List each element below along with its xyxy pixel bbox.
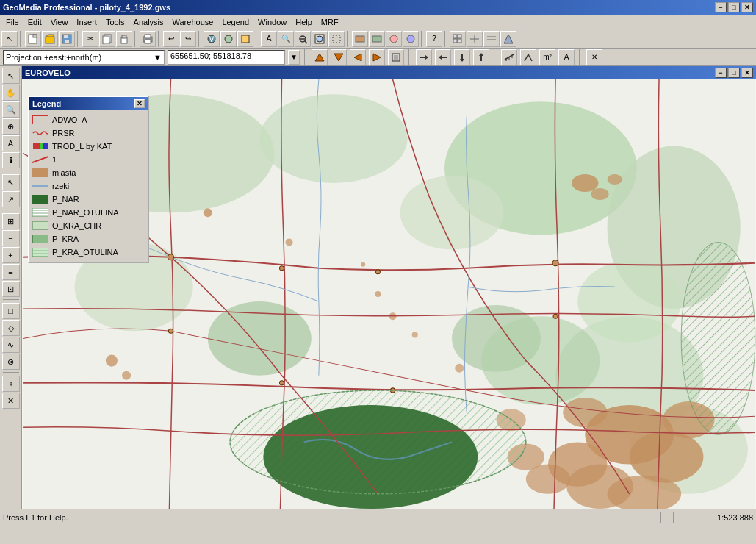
menu-analysis[interactable]: Analysis <box>129 16 168 28</box>
nav-btn2[interactable] <box>331 49 347 65</box>
feature-btn1[interactable] <box>352 31 368 47</box>
lt-edit3[interactable]: + <box>2 247 20 263</box>
ruler-btn[interactable] <box>501 49 517 65</box>
map-close-btn[interactable]: ✕ <box>741 68 753 78</box>
lt-cursor[interactable]: ↖ <box>2 68 20 84</box>
map-minimize-btn[interactable]: − <box>715 68 727 78</box>
grid-btn3[interactable] <box>483 31 500 47</box>
text-btn2[interactable]: A <box>558 49 575 65</box>
angle-btn[interactable] <box>520 49 536 65</box>
grid-btn4[interactable] <box>500 31 516 47</box>
grid-btn2[interactable] <box>467 31 483 47</box>
nav-btn4[interactable] <box>369 49 385 65</box>
svg-rect-28 <box>458 35 461 38</box>
svg-point-96 <box>375 270 380 274</box>
nav-btn8[interactable] <box>454 49 470 65</box>
legend-item-prsr: PRSR <box>32 126 145 140</box>
coord-arrow-btn[interactable]: ▼ <box>288 50 300 65</box>
svg-rect-13 <box>145 40 151 43</box>
zoom-full-btn[interactable] <box>312 31 328 47</box>
print-btn[interactable] <box>140 31 156 47</box>
svg-point-67 <box>630 431 704 482</box>
svg-point-99 <box>553 314 558 318</box>
lt-edit5[interactable]: ⊡ <box>2 281 20 297</box>
text-btn[interactable]: A <box>261 31 277 47</box>
legend-panel: Legend ✕ ADWO_A PRSR <box>28 96 149 263</box>
feature-btn4[interactable] <box>403 31 419 47</box>
legend-title: Legend ✕ <box>29 97 148 110</box>
open-btn[interactable] <box>42 31 58 47</box>
map-btn1[interactable] <box>204 31 220 47</box>
legend-title-text: Legend <box>32 99 61 108</box>
menu-legend[interactable]: Legend <box>217 16 253 28</box>
minimize-button[interactable]: − <box>715 2 727 12</box>
new-btn[interactable] <box>25 31 41 47</box>
menu-edit[interactable]: Edit <box>24 16 46 28</box>
zoom-in-btn[interactable]: 🔍 <box>278 31 294 47</box>
lt-shape1[interactable]: □ <box>2 303 20 319</box>
menu-insert[interactable]: Insert <box>72 16 101 28</box>
lt-misc2[interactable]: ✕ <box>2 393 20 409</box>
nav-btn3[interactable] <box>350 49 366 65</box>
lt-edit2[interactable]: − <box>2 230 20 246</box>
undo-btn[interactable]: ↩ <box>163 31 179 47</box>
feature-btn3[interactable] <box>386 31 402 47</box>
menu-window[interactable]: Window <box>253 16 291 28</box>
lt-pan[interactable]: ✋ <box>2 85 20 101</box>
svg-rect-23 <box>356 36 364 42</box>
area-btn[interactable]: m² <box>539 49 555 65</box>
menu-tools[interactable]: Tools <box>101 16 129 28</box>
lt-shape3[interactable]: ∿ <box>2 337 20 353</box>
legend-label-prsr: PRSR <box>52 129 75 137</box>
nav-btn7[interactable] <box>435 49 451 65</box>
zoom-out-btn[interactable] <box>295 31 311 47</box>
lt-zoom[interactable]: 🔍 <box>2 101 20 118</box>
snap-btn[interactable]: ✕ <box>586 49 602 65</box>
lt-shape4[interactable]: ⊗ <box>2 354 20 370</box>
save-btn[interactable] <box>59 31 75 47</box>
lt-misc1[interactable]: ⌖ <box>2 376 20 392</box>
svg-point-94 <box>168 254 173 260</box>
sep6 <box>256 31 259 47</box>
svg-rect-6 <box>65 40 69 43</box>
menu-mrf[interactable]: MRF <box>317 16 343 28</box>
lt-poly[interactable]: ↗ <box>2 191 20 207</box>
map-btn2[interactable] <box>220 31 237 47</box>
nav-btn6[interactable] <box>416 49 432 65</box>
lt-edit4[interactable]: ≡ <box>2 264 20 280</box>
map-btn3[interactable] <box>237 31 253 47</box>
lt-measure[interactable]: ⊕ <box>2 118 20 135</box>
map-area[interactable]: Legend ✕ ADWO_A PRSR <box>22 79 756 509</box>
coordinate-input[interactable]: 655651.50; 551818.78 <box>168 50 285 65</box>
map-maximize-btn[interactable]: □ <box>728 68 740 78</box>
menu-help[interactable]: Help <box>291 16 317 28</box>
menu-view[interactable]: View <box>46 16 73 28</box>
query-btn[interactable]: ? <box>426 31 442 47</box>
feature-btn2[interactable] <box>369 31 385 47</box>
lt-edit1[interactable]: ⊞ <box>2 213 20 229</box>
close-button[interactable]: ✕ <box>741 2 753 12</box>
lt-info[interactable]: ℹ <box>2 152 20 168</box>
paste-btn[interactable] <box>116 31 132 47</box>
grid-btn1[interactable] <box>450 31 466 47</box>
projection-dropdown[interactable]: Projection +east;+north(m) ▼ <box>3 50 165 65</box>
nav-btn9[interactable] <box>473 49 489 65</box>
svg-marker-43 <box>425 55 428 60</box>
nav-btn1[interactable] <box>312 49 328 65</box>
lt-shape2[interactable]: ◇ <box>2 320 20 336</box>
select-btn[interactable] <box>328 31 345 47</box>
copy-btn[interactable] <box>99 31 115 47</box>
menu-file[interactable]: File <box>1 16 24 28</box>
main-content: ↖ ✋ 🔍 ⊕ A ℹ ↖ ↗ ⊞ − + ≡ ⊡ □ ◇ ∿ ⊗ ⌖ ✕ EU… <box>0 66 756 509</box>
lt-text[interactable]: A <box>2 135 20 151</box>
menu-warehouse[interactable]: Warehouse <box>168 16 218 28</box>
legend-label-okra: O_KRA_CHR <box>52 221 101 230</box>
nav-btn5[interactable] <box>388 49 404 65</box>
lt-select[interactable]: ↖ <box>2 174 20 190</box>
legend-swatch-rzeki <box>32 182 48 190</box>
cursor-tool[interactable]: ↖ <box>1 31 18 47</box>
legend-close-btn[interactable]: ✕ <box>134 99 145 108</box>
maximize-button[interactable]: □ <box>728 2 740 12</box>
redo-btn[interactable]: ↪ <box>180 31 196 47</box>
cut-btn[interactable]: ✂ <box>82 31 98 47</box>
